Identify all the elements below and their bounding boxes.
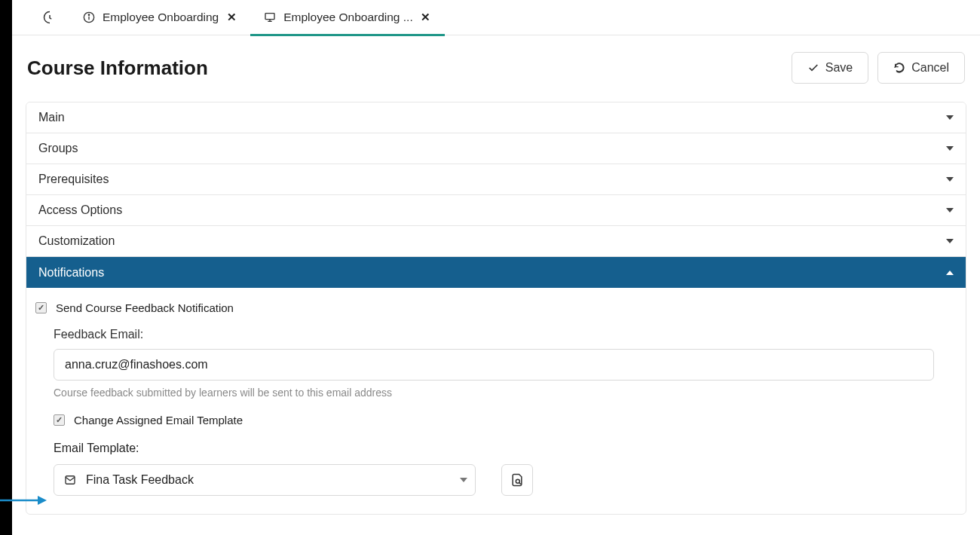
accordion-main[interactable]: Main <box>26 102 966 133</box>
feedback-email-label: Feedback Email: <box>54 328 957 341</box>
svg-line-9 <box>519 483 521 485</box>
chevron-down-icon <box>946 208 954 212</box>
accordion-prerequisites[interactable]: Prerequisites <box>26 164 966 195</box>
home-tab-icon[interactable] <box>30 0 69 35</box>
accordion-customization[interactable]: Customization <box>26 226 966 257</box>
svg-point-2 <box>88 14 89 15</box>
accordion-label: Customization <box>38 234 115 248</box>
info-icon <box>83 11 95 23</box>
change-template-checkbox[interactable] <box>54 414 65 426</box>
feedback-email-input[interactable] <box>54 349 934 381</box>
template-preview-button[interactable] <box>501 464 533 496</box>
chevron-down-icon <box>946 239 954 243</box>
tab-employee-onboarding-active[interactable]: Employee Onboarding ... ✕ <box>250 0 444 35</box>
page-header: Course Information Save Cancel <box>12 35 980 90</box>
send-feedback-checkbox[interactable] <box>35 302 47 313</box>
accordion-notifications[interactable]: Notifications <box>26 257 966 288</box>
page-title: Course Information <box>27 57 208 80</box>
cancel-label: Cancel <box>911 61 949 75</box>
svg-marker-7 <box>460 478 467 482</box>
chevron-down-icon <box>460 478 467 482</box>
accordion-label: Prerequisites <box>38 173 109 186</box>
email-template-combo[interactable]: Fina Task Feedback <box>54 464 476 496</box>
doc-search-icon <box>510 472 525 488</box>
envelope-icon <box>63 473 77 487</box>
email-template-label: Email Template: <box>54 442 957 455</box>
notifications-panel: Send Course Feedback Notification Feedba… <box>26 288 966 514</box>
tab-label: Employee Onboarding <box>103 11 219 24</box>
svg-rect-3 <box>265 14 274 20</box>
tab-label: Employee Onboarding ... <box>283 11 412 24</box>
accordion-label: Main <box>38 111 65 124</box>
accordion-access-options[interactable]: Access Options <box>26 195 966 226</box>
close-icon[interactable]: ✕ <box>421 12 431 23</box>
accordion-label: Groups <box>38 142 78 155</box>
accordion-label: Notifications <box>38 266 104 280</box>
monitor-icon <box>264 11 276 23</box>
accordion-groups[interactable]: Groups <box>26 133 966 164</box>
accordion-label: Access Options <box>38 203 122 217</box>
chevron-up-icon <box>946 271 954 275</box>
close-icon[interactable]: ✕ <box>226 12 237 23</box>
save-label: Save <box>825 61 853 75</box>
feedback-help-text: Course feedback submitted by learners wi… <box>54 387 957 399</box>
change-template-label: Change Assigned Email Template <box>74 414 243 426</box>
send-feedback-label: Send Course Feedback Notification <box>56 301 234 314</box>
chevron-down-icon <box>946 115 954 120</box>
save-button[interactable]: Save <box>792 52 868 84</box>
undo-icon <box>893 62 905 74</box>
accordion: Main Groups Prerequisites Access Options… <box>26 102 966 515</box>
svg-point-8 <box>516 479 519 483</box>
tab-employee-onboarding[interactable]: Employee Onboarding ✕ <box>69 0 250 35</box>
left-gutter <box>0 0 12 535</box>
cancel-button[interactable]: Cancel <box>877 52 965 84</box>
email-template-value: Fina Task Feedback <box>86 473 451 487</box>
tab-bar: Employee Onboarding ✕ Employee Onboardin… <box>12 0 980 35</box>
chevron-down-icon <box>946 146 954 151</box>
chevron-down-icon <box>946 177 954 182</box>
check-icon <box>807 62 819 74</box>
